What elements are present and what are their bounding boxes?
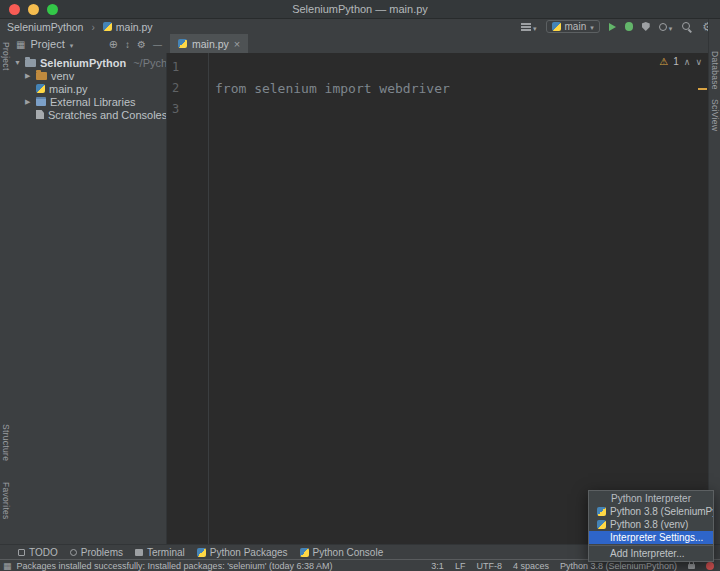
line-separator-widget[interactable]: LF [455, 561, 466, 571]
previous-issue-icon[interactable] [684, 56, 691, 67]
project-tree: SeleniumPython ~/PycharmProjects venv ma… [11, 53, 167, 544]
window-title: SeleniumPython — main.py [292, 3, 428, 15]
project-folder-icon [25, 59, 36, 67]
tool-window-switcher-icon[interactable] [3, 561, 12, 571]
warning-icon [659, 56, 668, 67]
code-line-import[interactable]: from selenium import webdriver [215, 78, 450, 99]
chevron-down-icon [533, 21, 537, 33]
warning-stripe-mark[interactable] [698, 88, 707, 90]
python-file-icon [103, 22, 112, 31]
tree-row-external-libraries[interactable]: External Libraries [11, 95, 166, 108]
indent-widget[interactable]: 4 spaces [513, 561, 549, 571]
right-tool-window-stripe: Database SciView [708, 19, 720, 544]
terminal-icon [135, 549, 143, 556]
project-view-icon[interactable] [16, 38, 25, 50]
tool-row: Project main.py [0, 34, 720, 53]
notification-icon[interactable] [706, 562, 714, 570]
tree-row-venv[interactable]: venv [11, 69, 166, 82]
tool-window-button-python-packages[interactable]: Python Packages [197, 547, 288, 558]
python-file-icon [36, 84, 45, 93]
tool-window-stripe-database[interactable]: Database [710, 51, 720, 90]
problems-icon [70, 549, 77, 556]
todo-icon [18, 549, 25, 556]
popup-separator [589, 545, 713, 546]
close-tab-icon[interactable] [234, 38, 240, 50]
python-file-icon [178, 39, 187, 48]
next-issue-icon[interactable] [695, 56, 702, 67]
popup-title: Python Interpreter [589, 492, 713, 505]
chevron-right-icon [91, 21, 94, 33]
pycharm-window: SeleniumPython — main.py SeleniumPython … [0, 0, 720, 571]
interpreter-popup: Python Interpreter Python 3.8 (SeleniumP… [588, 490, 714, 562]
editor-area[interactable]: 1 2 3 from selenium import webdriver 1 [167, 53, 708, 544]
tree-root-row[interactable]: SeleniumPython ~/PycharmProjects [11, 56, 166, 69]
project-panel-header: Project [11, 34, 167, 53]
project-panel-title[interactable]: Project [30, 38, 64, 50]
popup-item-add-interpreter[interactable]: Add Interpreter... [589, 547, 713, 560]
tool-window-button-terminal[interactable]: Terminal [135, 547, 185, 558]
tool-window-stripe-favorites[interactable]: Favorites [1, 482, 11, 520]
line-number: 1 [172, 57, 179, 78]
scratches-icon [36, 110, 44, 119]
interpreter-widget[interactable]: Python 3.8 (SeleniumPython) [560, 561, 677, 571]
tree-row-scratches[interactable]: Scratches and Consoles [11, 108, 166, 121]
line-number: 3 [172, 99, 179, 120]
run-config-icon [552, 22, 561, 31]
chevron-down-icon [669, 21, 673, 33]
project-options-icon[interactable] [137, 38, 146, 50]
tool-window-stripe-structure[interactable]: Structure [1, 424, 11, 461]
search-everywhere-icon[interactable] [681, 21, 693, 33]
editor-gutter: 1 2 3 [167, 53, 209, 544]
popup-item-interpreter-1[interactable]: Python 3.8 (SeleniumPython) [589, 505, 713, 518]
tool-window-stripe-project[interactable]: Project [1, 42, 11, 71]
breadcrumb-project[interactable]: SeleniumPython [7, 21, 83, 33]
project-path: ~/PycharmProjects [133, 57, 166, 69]
popup-item-interpreter-2[interactable]: Python 3.8 (venv) [589, 518, 713, 531]
breadcrumb-file[interactable]: main.py [103, 21, 153, 33]
chevron-down-icon [70, 38, 74, 50]
minimize-window-button[interactable] [28, 4, 39, 15]
tool-window-button-problems[interactable]: Problems [70, 547, 123, 558]
python-icon [597, 520, 606, 529]
profiler-button[interactable] [659, 21, 673, 33]
chevron-down-icon [590, 21, 594, 32]
run-configurations-icon[interactable] [521, 21, 537, 33]
run-button[interactable] [609, 23, 616, 31]
tool-window-button-todo[interactable]: TODO [18, 547, 58, 558]
inspection-widget: 1 [659, 56, 702, 67]
run-config-selector[interactable]: main [546, 20, 600, 33]
coverage-button[interactable] [642, 22, 650, 31]
popup-item-interpreter-settings[interactable]: Interpreter Settings... [589, 531, 713, 544]
title-bar: SeleniumPython — main.py [0, 0, 720, 19]
traffic-lights [9, 4, 58, 15]
expand-collapse-button[interactable] [125, 38, 130, 50]
status-message: Packages installed successfully: Install… [17, 561, 333, 571]
encoding-widget[interactable]: UTF-8 [476, 561, 502, 571]
tree-row-mainpy[interactable]: main.py [11, 82, 166, 95]
expand-chevron-icon[interactable] [25, 95, 32, 108]
zoom-window-button[interactable] [47, 4, 58, 15]
hide-panel-button[interactable] [153, 38, 162, 50]
python-icon [197, 548, 206, 557]
locate-file-button[interactable] [109, 38, 118, 50]
libraries-icon [36, 97, 46, 106]
run-toolbar: main [521, 20, 713, 33]
debug-button[interactable] [625, 22, 633, 31]
close-window-button[interactable] [9, 4, 20, 15]
navigation-bar: SeleniumPython main.py main [0, 19, 720, 34]
python-icon [300, 548, 309, 557]
warning-count: 1 [673, 56, 679, 67]
line-number: 2 [172, 78, 179, 99]
collapse-chevron-icon[interactable] [14, 56, 21, 69]
lock-icon[interactable] [688, 564, 695, 569]
python-icon [597, 507, 606, 516]
venv-folder-icon [36, 72, 47, 80]
editor-tab-mainpy[interactable]: main.py [170, 34, 248, 53]
editor-tab-label: main.py [192, 38, 229, 50]
tool-window-button-python-console[interactable]: Python Console [300, 547, 384, 558]
caret-position-widget[interactable]: 3:1 [431, 561, 444, 571]
left-tool-window-stripe: Project Structure Favorites [0, 34, 11, 544]
tool-window-stripe-sciview[interactable]: SciView [710, 99, 720, 131]
expand-chevron-icon[interactable] [25, 69, 32, 82]
